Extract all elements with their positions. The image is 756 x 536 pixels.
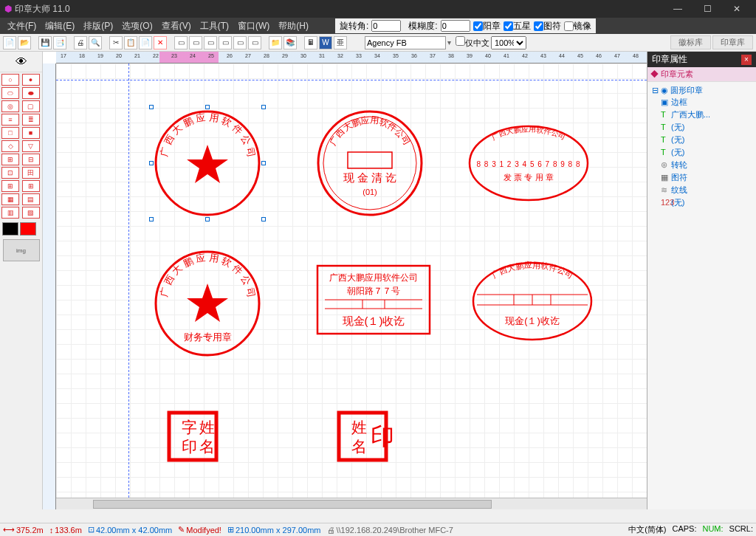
pal-square-fill[interactable]: ■	[22, 127, 40, 139]
pal-lines1[interactable]: ≡	[1, 114, 19, 126]
vertical-ruler[interactable]	[43, 63, 56, 509]
stamp-round-2[interactable]: 广西大鹏应用软件公司 现 金 清 讫 (01)	[315, 108, 425, 219]
cb-yang[interactable]: 阳章	[473, 20, 501, 32]
tree-item[interactable]: (无)	[671, 123, 684, 131]
pal-grid1[interactable]: ⊞	[1, 154, 19, 165]
tb-lib-icon[interactable]: 📚	[284, 36, 297, 49]
tree-item[interactable]: 边框	[671, 97, 687, 106]
pal-grid2[interactable]: ⊟	[22, 154, 40, 165]
rotate-label: 旋转角:	[340, 20, 368, 32]
pal-oval-outline[interactable]: ⬭	[1, 87, 19, 99]
tab-stamp-lib[interactable]: 印章库	[712, 35, 753, 49]
pal-circle-fill[interactable]: ●	[22, 74, 40, 86]
cb-graphic[interactable]: 图符	[534, 20, 561, 32]
pal-layout2[interactable]: ▤	[22, 193, 40, 205]
tb-saveas-icon[interactable]: 📑	[53, 36, 66, 49]
tb-char-icon[interactable]: 亜	[334, 36, 347, 49]
tb-paste-icon[interactable]: 📄	[139, 36, 152, 49]
svg-text:财务专用章: 财务专用章	[184, 331, 232, 343]
maximize-button[interactable]: ☐	[693, 0, 722, 18]
pal-double-circle[interactable]: ◎	[1, 100, 19, 112]
menu-file[interactable]: 文件(F)	[3, 18, 41, 34]
pal-diamond[interactable]: ◇	[1, 140, 19, 152]
cb-star[interactable]: 五星	[504, 20, 531, 32]
color-red[interactable]	[20, 222, 36, 236]
tree-item[interactable]: 纹线	[671, 185, 687, 194]
zoom-select[interactable]: 100%	[491, 36, 526, 49]
menu-window[interactable]: 窗口(W)	[233, 18, 274, 34]
eye-icon[interactable]: 👁	[0, 52, 42, 72]
menu-tools[interactable]: 工具(T)	[196, 18, 233, 34]
pal-grid3[interactable]: ⊡	[1, 167, 19, 179]
pal-square[interactable]: □	[1, 127, 19, 139]
tb-copy-icon[interactable]: 📋	[124, 36, 137, 49]
cb-mirror[interactable]: 镜像	[564, 20, 591, 32]
tb-print-icon[interactable]: 🖨	[74, 36, 87, 49]
stamp-oval-1[interactable]: 广西大鹏应用软件公司 8 8 3 1 2 3 4 5 6 7 8 9 8 8 发…	[466, 123, 591, 204]
stamp-round-3[interactable]: 广 西 大 鹏 应 用 软 件 公 司 财务专用章	[152, 248, 263, 359]
scrollbar-thumb[interactable]	[93, 500, 492, 509]
pal-lines2[interactable]: ≣	[22, 114, 40, 126]
tb-open-icon[interactable]: 📂	[18, 36, 31, 49]
blur-input[interactable]	[441, 20, 470, 32]
pal-circle-outline[interactable]: ○	[1, 74, 19, 86]
tree-item[interactable]: 广西大鹏...	[671, 110, 710, 119]
props-close-icon[interactable]: ×	[741, 55, 752, 65]
pal-grid5[interactable]: ⊞	[1, 180, 19, 192]
pal-triangle[interactable]: ▽	[22, 140, 40, 152]
tb-align5-icon[interactable]: ▭	[233, 36, 247, 49]
color-black[interactable]	[2, 222, 18, 236]
menu-options[interactable]: 选项(O)	[117, 18, 157, 34]
font-select[interactable]	[365, 36, 446, 49]
menu-help[interactable]: 帮助(H)	[274, 18, 313, 34]
status-selection: ⊡ 42.00mm x 42.00mm	[88, 525, 172, 535]
minimize-button[interactable]: —	[663, 0, 693, 18]
tree-item[interactable]: 图符	[671, 173, 687, 182]
tb-calc-icon[interactable]: 🖩	[304, 36, 317, 49]
stamp-round-1[interactable]: 广 西 大 鹏 应 用 软 件 公 司	[152, 108, 263, 219]
tb-align4-icon[interactable]: ▭	[219, 36, 232, 49]
pal-rounded[interactable]: ▢	[22, 100, 40, 112]
pal-grid6[interactable]: ⊞	[22, 180, 40, 192]
stamp-oval-2[interactable]: 广西大鹏应用软件公司 现金(１)收讫	[470, 259, 595, 344]
stamp-square-2[interactable]: 姓 名 印	[337, 410, 388, 462]
element-tree[interactable]: ⊟ ◉ 圆形印章 ▣边框 T广西大鹏... T(无) T(无) T(无) ⊛转轮…	[647, 82, 756, 212]
horizontal-scrollbar[interactable]	[56, 498, 647, 509]
menu-edit[interactable]: 编辑(E)	[41, 18, 79, 34]
close-button[interactable]: ✕	[722, 0, 752, 18]
tb-cut-icon[interactable]: ✂	[109, 36, 123, 49]
pal-oval-fill[interactable]: ⬬	[22, 87, 40, 99]
tb-align6-icon[interactable]: ▭	[248, 36, 261, 49]
tb-align2-icon[interactable]: ▭	[189, 36, 202, 49]
menu-view[interactable]: 查看(V)	[157, 18, 196, 34]
canvas-area[interactable]: 1718192021222324252627282930313233343536…	[43, 52, 647, 509]
stamp-rect-1[interactable]: 广西大鹏应用软件公司 朝阳路７７号 现金(１)收讫	[315, 263, 433, 337]
tree-root[interactable]: 圆形印章	[670, 86, 703, 95]
tb-save-icon[interactable]: 💾	[38, 36, 52, 49]
pal-grid4[interactable]: 田	[22, 167, 40, 179]
pal-layout4[interactable]: ▧	[22, 207, 40, 219]
tb-preview-icon[interactable]: 🔍	[89, 36, 102, 49]
horizontal-ruler[interactable]: 1718192021222324252627282930313233343536…	[56, 52, 647, 63]
pal-layout1[interactable]: ▦	[1, 193, 19, 205]
tree-item[interactable]: (无)	[671, 135, 684, 144]
tab-logo-lib[interactable]: 徽标库	[670, 35, 711, 49]
tb-delete-icon[interactable]: ✕	[154, 36, 167, 49]
tb-folder-icon[interactable]: 📁	[269, 36, 282, 49]
document-canvas[interactable]: 广 西 大 鹏 应 用 软 件 公 司 广西大鹏应用软件公司 现 金 清 讫	[56, 63, 647, 498]
rotate-input[interactable]	[371, 20, 401, 32]
tree-item[interactable]: 转轮	[671, 160, 687, 169]
status-lang[interactable]: 中文(简体)	[628, 524, 666, 535]
tb-align1-icon[interactable]: ▭	[174, 36, 188, 49]
tb-align3-icon[interactable]: ▭	[204, 36, 217, 49]
tree-item[interactable]: (无)	[671, 148, 684, 157]
pal-layout3[interactable]: ▥	[1, 207, 19, 219]
menu-layout[interactable]: 排版(P)	[79, 18, 117, 34]
guide-vertical[interactable]	[128, 63, 129, 498]
stamp-square-1[interactable]: 字姓 印名	[167, 410, 219, 462]
tb-word-icon[interactable]: W	[319, 36, 332, 49]
cb-cnonly[interactable]: 仅中文	[456, 36, 489, 49]
guide-horizontal[interactable]	[56, 80, 647, 80]
tb-new-icon[interactable]: 📄	[3, 36, 16, 49]
tree-item[interactable]: (无)	[671, 198, 684, 207]
